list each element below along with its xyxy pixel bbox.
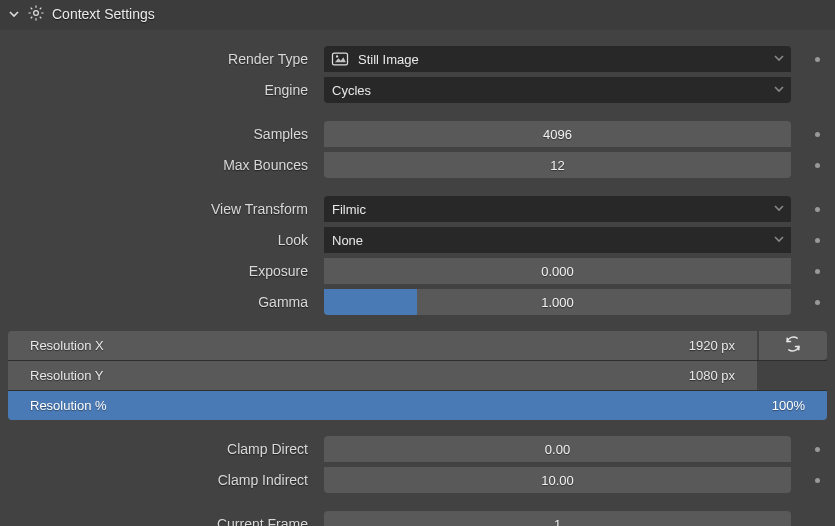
- exposure-slider[interactable]: 0.000: [324, 258, 791, 284]
- svg-point-2: [336, 55, 338, 57]
- resolution-x-value: 1920 px: [689, 338, 735, 353]
- settings-gear-icon: [27, 4, 45, 25]
- panel-title: Context Settings: [52, 6, 155, 22]
- swap-resolution-button[interactable]: [759, 331, 827, 360]
- engine-select[interactable]: Cycles: [324, 77, 791, 103]
- chevron-down-icon: [773, 202, 785, 217]
- svg-point-0: [34, 10, 39, 15]
- samples-label: Samples: [8, 126, 308, 142]
- chevron-down-icon: [773, 52, 785, 67]
- resolution-percent-field[interactable]: Resolution % 100%: [8, 391, 827, 420]
- anim-dot[interactable]: [815, 57, 820, 62]
- render-type-label: Render Type: [8, 51, 308, 67]
- swap-icon: [783, 334, 803, 357]
- look-value: None: [332, 233, 363, 248]
- clamp-indirect-label: Clamp Indirect: [8, 472, 308, 488]
- bounces-label: Max Bounces: [8, 157, 308, 173]
- anim-dot[interactable]: [815, 300, 820, 305]
- panel-header[interactable]: Context Settings: [0, 0, 835, 30]
- current-frame-value: 1: [554, 517, 561, 527]
- chevron-down-icon: [773, 83, 785, 98]
- view-transform-select[interactable]: Filmic: [324, 196, 791, 222]
- current-frame-label: Current Frame: [8, 516, 308, 526]
- clamp-direct-label: Clamp Direct: [8, 441, 308, 457]
- anim-dot[interactable]: [815, 207, 820, 212]
- render-type-value: Still Image: [358, 52, 419, 67]
- resolution-y-value: 1080 px: [689, 368, 735, 383]
- resolution-percent-label: Resolution %: [30, 398, 107, 413]
- resolution-y-label: Resolution Y: [30, 368, 103, 383]
- engine-value: Cycles: [332, 83, 371, 98]
- panel-body: Render Type Still Image Engine Cycles: [0, 30, 835, 526]
- clamp-direct-value: 0.00: [545, 442, 570, 457]
- gamma-value: 1.000: [541, 295, 574, 310]
- resolution-x-label: Resolution X: [30, 338, 104, 353]
- render-type-select[interactable]: Still Image: [324, 46, 791, 72]
- samples-value: 4096: [543, 127, 572, 142]
- resolution-y-field[interactable]: Resolution Y 1080 px: [8, 361, 757, 390]
- clamp-indirect-field[interactable]: 10.00: [324, 467, 791, 493]
- anim-dot[interactable]: [815, 238, 820, 243]
- anim-dot[interactable]: [815, 132, 820, 137]
- anim-dot[interactable]: [815, 269, 820, 274]
- gamma-slider[interactable]: 1.000: [324, 289, 791, 315]
- samples-field[interactable]: 4096: [324, 121, 791, 147]
- svg-rect-1: [333, 53, 348, 65]
- chevron-down-icon: [773, 233, 785, 248]
- view-transform-label: View Transform: [8, 201, 308, 217]
- engine-label: Engine: [8, 82, 308, 98]
- bounces-field[interactable]: 12: [324, 152, 791, 178]
- anim-dot[interactable]: [815, 447, 820, 452]
- resolution-x-field[interactable]: Resolution X 1920 px: [8, 331, 757, 360]
- exposure-value: 0.000: [541, 264, 574, 279]
- current-frame-field[interactable]: 1: [324, 511, 791, 526]
- anim-dot[interactable]: [815, 478, 820, 483]
- look-label: Look: [8, 232, 308, 248]
- still-image-icon: [328, 48, 352, 70]
- gamma-label: Gamma: [8, 294, 308, 310]
- view-transform-value: Filmic: [332, 202, 366, 217]
- resolution-percent-value: 100%: [772, 398, 805, 413]
- anim-dot[interactable]: [815, 163, 820, 168]
- look-select[interactable]: None: [324, 227, 791, 253]
- chevron-down-icon: [8, 8, 20, 20]
- clamp-indirect-value: 10.00: [541, 473, 574, 488]
- bounces-value: 12: [550, 158, 564, 173]
- exposure-label: Exposure: [8, 263, 308, 279]
- clamp-direct-field[interactable]: 0.00: [324, 436, 791, 462]
